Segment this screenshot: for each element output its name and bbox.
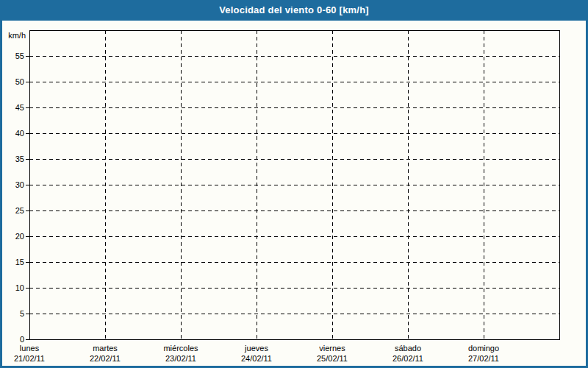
plot-area [0,0,588,368]
x-tick-label: sábado26/02/11 [368,343,448,364]
chart-window: Velocidad del viento 0-60 [km/h] km/h 05… [0,0,588,368]
x-tick-label: domingo27/02/11 [443,343,524,364]
x-tick-label: viernes25/02/11 [292,343,373,364]
x-tick-day: martes [65,343,146,353]
y-tick-label: 15 [0,258,24,267]
y-axis-unit-label: km/h [0,31,26,40]
x-tick-date: 22/02/11 [65,353,146,364]
x-tick-day: domingo [443,343,524,353]
y-tick-label: 30 [0,180,24,190]
x-tick-label: miércoles23/02/11 [140,343,221,364]
y-tick-label: 45 [0,103,24,113]
x-tick-date: 21/02/11 [0,353,70,364]
x-tick-day: jueves [216,343,297,353]
x-tick-day: miércoles [140,343,221,353]
x-tick-day: viernes [292,343,373,353]
y-tick-label: 25 [0,206,24,216]
x-tick-day: sábado [368,343,448,353]
x-tick-date: 25/02/11 [292,353,373,364]
y-tick-label: 50 [0,77,24,87]
x-tick-label: lunes21/02/11 [0,343,70,364]
x-tick-date: 26/02/11 [368,353,448,364]
x-tick-label: jueves24/02/11 [216,343,297,364]
y-tick-label: 5 [0,309,24,319]
x-tick-date: 27/02/11 [443,353,524,364]
x-tick-label: martes22/02/11 [65,343,146,364]
x-tick-day: lunes [0,343,70,353]
y-tick-label: 55 [0,52,24,61]
window-border-left [0,21,2,368]
x-tick-date: 23/02/11 [140,353,221,364]
y-tick-label: 40 [0,129,24,138]
y-tick-label: 20 [0,232,24,241]
y-tick-label: 10 [0,283,24,293]
y-tick-label: 35 [0,155,24,164]
x-tick-date: 24/02/11 [216,353,297,364]
